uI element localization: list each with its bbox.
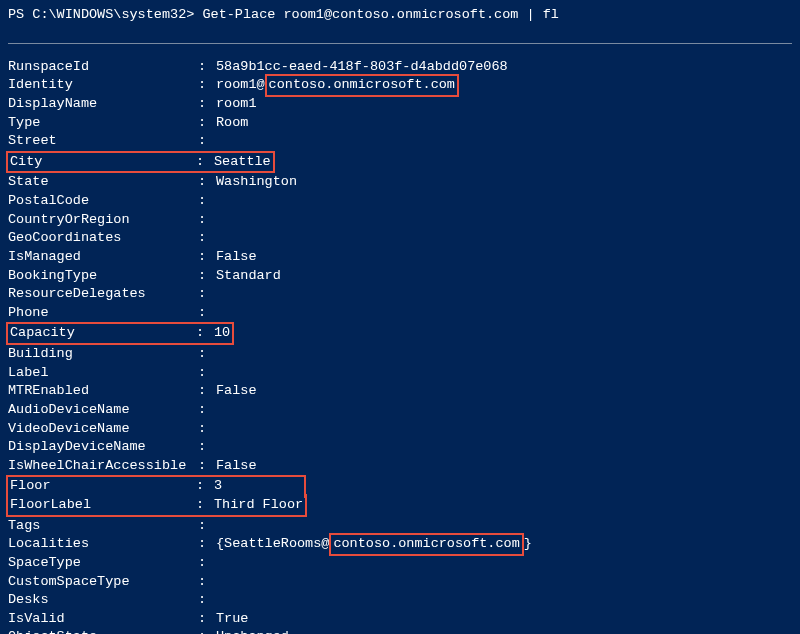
colon: :	[198, 628, 216, 634]
prompt-prefix: PS C:\WINDOWS\system32>	[8, 7, 202, 22]
key-label: Label	[8, 364, 198, 383]
key-type: Type	[8, 114, 198, 133]
val-bookingtype: Standard	[216, 267, 281, 286]
key-iswheelchairaccessible: IsWheelChairAccessible	[8, 457, 198, 476]
key-capacity: Capacity	[10, 324, 196, 343]
colon: :	[198, 95, 216, 114]
key-audiodevicename: AudioDeviceName	[8, 401, 198, 420]
colon: :	[198, 535, 216, 554]
key-desks: Desks	[8, 591, 198, 610]
key-objectstate: ObjectState	[8, 628, 198, 634]
key-isvalid: IsValid	[8, 610, 198, 629]
capacity-highlight: Capacity: 10	[6, 322, 234, 345]
row-videodevicename: VideoDeviceName:	[8, 420, 792, 439]
val-identity: room1@contoso.onmicrosoft.com	[216, 76, 459, 95]
colon: :	[198, 248, 216, 267]
row-floor: Floor: 3	[8, 475, 792, 496]
val-localities: {SeattleRooms@contoso.onmicrosoft.com}	[216, 535, 532, 554]
row-mtrenabled: MTREnabled: False	[8, 382, 792, 401]
identity-domain-highlight: contoso.onmicrosoft.com	[265, 74, 459, 97]
key-tags: Tags	[8, 517, 198, 536]
val-floorlabel: Third Floor	[214, 496, 303, 515]
val-objectstate: Unchanged	[216, 628, 289, 634]
key-displayname: DisplayName	[8, 95, 198, 114]
val-displayname: room1	[216, 95, 257, 114]
row-spacetype: SpaceType:	[8, 554, 792, 573]
colon: :	[198, 610, 216, 629]
prompt-command: Get-Place room1@contoso.onmicrosoft.com …	[202, 7, 558, 22]
val-capacity: 10	[214, 324, 230, 343]
val-ismanaged: False	[216, 248, 257, 267]
row-floorlabel: FloorLabel: Third Floor	[8, 496, 792, 517]
colon: :	[196, 324, 214, 343]
floor-highlight-bottom: FloorLabel: Third Floor	[6, 494, 307, 517]
val-city: Seattle	[214, 153, 271, 172]
key-runspaceid: RunspaceId	[8, 58, 198, 77]
row-objectstate: ObjectState: Unchanged	[8, 628, 792, 634]
key-mtrenabled: MTREnabled	[8, 382, 198, 401]
row-iswheelchairaccessible: IsWheelChairAccessible: False	[8, 457, 792, 476]
row-ismanaged: IsManaged: False	[8, 248, 792, 267]
colon: :	[198, 345, 216, 364]
key-localities: Localities	[8, 535, 198, 554]
key-city: City	[10, 153, 196, 172]
colon: :	[198, 304, 216, 323]
key-street: Street	[8, 132, 198, 151]
colon: :	[198, 229, 216, 248]
key-building: Building	[8, 345, 198, 364]
row-geocoordinates: GeoCoordinates:	[8, 229, 792, 248]
val-mtrenabled: False	[216, 382, 257, 401]
colon: :	[198, 420, 216, 439]
row-displayname: DisplayName: room1	[8, 95, 792, 114]
row-resourcedelegates: ResourceDelegates:	[8, 285, 792, 304]
colon: :	[198, 211, 216, 230]
colon: :	[198, 591, 216, 610]
localities-domain-highlight: contoso.onmicrosoft.com	[329, 533, 523, 556]
row-building: Building:	[8, 345, 792, 364]
val-type: Room	[216, 114, 248, 133]
colon: :	[198, 267, 216, 286]
colon: :	[198, 173, 216, 192]
row-postalcode: PostalCode:	[8, 192, 792, 211]
row-label: Label:	[8, 364, 792, 383]
key-customspacetype: CustomSpaceType	[8, 573, 198, 592]
row-street: Street:	[8, 132, 792, 151]
row-displaydevicename: DisplayDeviceName:	[8, 438, 792, 457]
key-bookingtype: BookingType	[8, 267, 198, 286]
colon: :	[198, 364, 216, 383]
key-resourcedelegates: ResourceDelegates	[8, 285, 198, 304]
key-displaydevicename: DisplayDeviceName	[8, 438, 198, 457]
output-block: RunspaceId: 58a9b1cc-eaed-418f-803f-d4ab…	[8, 44, 792, 634]
identity-prefix: room1@	[216, 77, 265, 92]
key-phone: Phone	[8, 304, 198, 323]
colon: :	[198, 382, 216, 401]
colon: :	[198, 192, 216, 211]
key-state: State	[8, 173, 198, 192]
colon: :	[198, 58, 216, 77]
localities-suffix: }	[524, 536, 532, 551]
row-state: State: Washington	[8, 173, 792, 192]
row-countryorregion: CountryOrRegion:	[8, 211, 792, 230]
row-type: Type: Room	[8, 114, 792, 133]
key-identity: Identity	[8, 76, 198, 95]
row-localities: Localities: {SeattleRooms@contoso.onmicr…	[8, 535, 792, 554]
colon: :	[198, 401, 216, 420]
colon: :	[198, 76, 216, 95]
key-videodevicename: VideoDeviceName	[8, 420, 198, 439]
command-prompt-line[interactable]: PS C:\WINDOWS\system32> Get-Place room1@…	[8, 6, 792, 25]
colon: :	[198, 517, 216, 536]
colon: :	[198, 573, 216, 592]
row-phone: Phone:	[8, 304, 792, 323]
row-bookingtype: BookingType: Standard	[8, 267, 792, 286]
colon: :	[196, 153, 214, 172]
colon: :	[198, 114, 216, 133]
row-audiodevicename: AudioDeviceName:	[8, 401, 792, 420]
row-customspacetype: CustomSpaceType:	[8, 573, 792, 592]
key-spacetype: SpaceType	[8, 554, 198, 573]
row-capacity: Capacity: 10	[8, 322, 792, 345]
key-countryorregion: CountryOrRegion	[8, 211, 198, 230]
colon: :	[196, 496, 214, 515]
city-highlight: City: Seattle	[6, 151, 275, 174]
key-floorlabel: FloorLabel	[10, 496, 196, 515]
row-identity: Identity: room1@contoso.onmicrosoft.com	[8, 76, 792, 95]
